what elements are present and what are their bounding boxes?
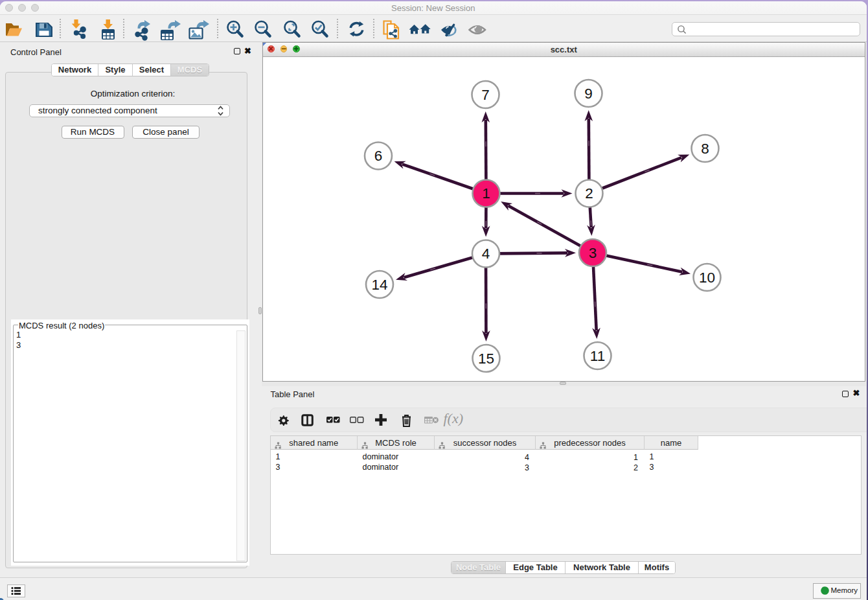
- svg-text:7: 7: [481, 86, 490, 102]
- svg-text:11: 11: [590, 347, 605, 363]
- svg-text:10: 10: [699, 269, 715, 285]
- svg-text:9: 9: [584, 85, 593, 101]
- svg-text:1: 1: [482, 185, 490, 202]
- svg-text:15: 15: [478, 350, 494, 366]
- svg-text:8: 8: [701, 140, 709, 156]
- svg-text:4: 4: [482, 246, 490, 262]
- svg-text:6: 6: [374, 148, 383, 164]
- svg-text:14: 14: [371, 276, 387, 292]
- svg-text:3: 3: [589, 244, 597, 260]
- svg-text:2: 2: [585, 185, 593, 202]
